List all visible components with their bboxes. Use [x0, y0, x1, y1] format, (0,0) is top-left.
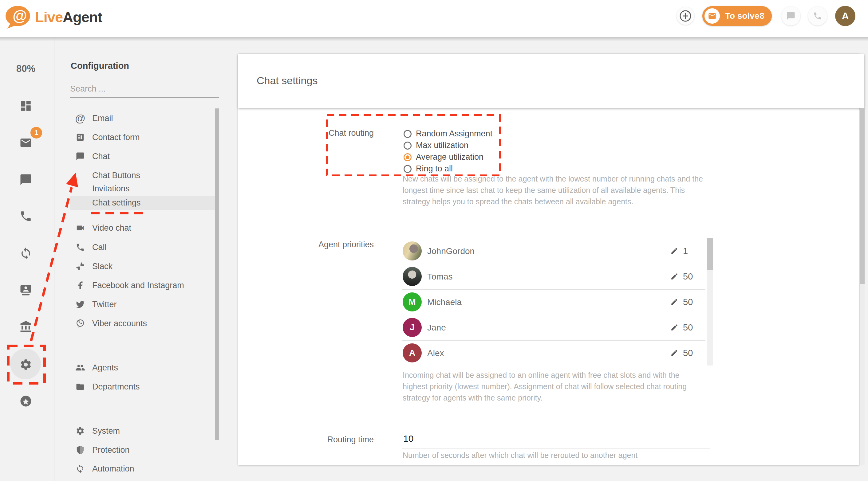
edit-pencil-icon[interactable]: [670, 323, 678, 331]
to-solve-button[interactable]: To solve 8: [702, 6, 772, 26]
priority-value[interactable]: 50: [683, 322, 693, 333]
logo-text-live: Live: [35, 9, 63, 25]
phone-icon: [19, 210, 32, 223]
priority-value[interactable]: 50: [683, 297, 693, 307]
config-item-label: Chat settings: [92, 198, 141, 207]
config-item-automation[interactable]: Automation: [56, 459, 219, 478]
config-item-slack[interactable]: Slack: [56, 257, 219, 276]
sidebar-item-configuration[interactable]: [19, 358, 32, 371]
logo-bubble-icon: @: [4, 5, 31, 29]
to-solve-count: 8: [760, 11, 765, 21]
edit-pencil-icon[interactable]: [670, 272, 678, 281]
config-item-chat-settings[interactable]: Chat settings: [56, 196, 219, 210]
radio-selected-icon[interactable]: [404, 153, 411, 161]
twitter-icon: [75, 299, 85, 309]
config-item-invitations[interactable]: Invitations: [56, 182, 219, 196]
radio-circle-icon[interactable]: [404, 165, 411, 173]
page-scrollbar-thumb[interactable]: [860, 108, 865, 284]
config-item-label: Call: [92, 243, 107, 252]
priority-value[interactable]: 50: [683, 271, 693, 282]
search-input[interactable]: [70, 81, 219, 98]
priority-value[interactable]: 50: [683, 348, 693, 358]
config-item-agents[interactable]: Agents: [56, 358, 219, 377]
routing-time-label: Routing time: [282, 435, 374, 444]
config-item-protection[interactable]: Protection: [56, 441, 219, 459]
calls-button[interactable]: [808, 6, 827, 26]
config-item-email[interactable]: @ Email: [56, 109, 219, 128]
radio-label: Ring to all: [416, 164, 453, 173]
add-new-button[interactable]: [677, 7, 694, 25]
radio-label: Average utilization: [416, 152, 484, 162]
config-item-label: Viber accounts: [92, 319, 147, 328]
autorenew-icon: [75, 464, 85, 474]
folder-icon: [75, 382, 85, 392]
agent-name: Jane: [427, 323, 446, 333]
config-item-facebook-instagram[interactable]: Facebook and Instagram: [56, 276, 219, 295]
user-avatar[interactable]: A: [835, 6, 856, 26]
config-item-label: Email: [92, 114, 113, 123]
agent-name: Michaela: [427, 297, 462, 307]
config-item-contact-form[interactable]: Contact form: [56, 128, 219, 147]
radio-label: Max utilization: [416, 141, 468, 150]
sidebar-item-chats[interactable]: [19, 173, 32, 186]
sidebar-item-tickets[interactable]: [19, 136, 32, 149]
config-item-video-chat[interactable]: Video chat: [56, 218, 219, 237]
config-item-departments[interactable]: Departments: [56, 377, 219, 396]
config-scrollbar[interactable]: [215, 108, 219, 440]
chat-routing-description: New chats will be assigned to the agent …: [403, 173, 709, 207]
routing-time-input-underline: [402, 448, 710, 448]
sidebar-item-billing[interactable]: [19, 320, 32, 333]
config-item-chat[interactable]: Chat: [56, 147, 219, 166]
page-scrollbar[interactable]: [860, 108, 865, 465]
config-item-label: Departments: [92, 382, 140, 392]
routing-time-input[interactable]: 10: [403, 434, 413, 444]
panel-header: [238, 54, 864, 108]
logo-text: LiveAgent: [35, 9, 102, 26]
sidebar-item-dashboard[interactable]: [19, 99, 32, 113]
config-panel-title: Configuration: [71, 61, 129, 71]
routing-time-description: Number of seconds after which chat will …: [403, 450, 772, 461]
edit-pencil-icon[interactable]: [670, 349, 678, 357]
radio-random-assignment[interactable]: Random Assignment: [404, 129, 492, 138]
sidebar-item-gamification[interactable]: [19, 395, 32, 408]
edit-pencil-icon[interactable]: [670, 298, 678, 306]
sidebar-item-calls[interactable]: [19, 210, 32, 223]
radio-average-utilization[interactable]: Average utilization: [404, 152, 484, 162]
user-avatar-initial: A: [842, 10, 849, 22]
chat-routing-label: Chat routing: [282, 128, 374, 138]
config-item-twitter[interactable]: Twitter: [56, 295, 219, 314]
config-item-chat-buttons[interactable]: Chat Buttons: [56, 169, 219, 183]
envelope-icon: [705, 8, 720, 24]
chat-bubble-icon: [19, 173, 32, 186]
agent-list-scrollbar[interactable]: [707, 238, 713, 365]
shield-icon: [75, 445, 85, 455]
dashboard-icon: [19, 99, 32, 113]
sidebar-item-customers[interactable]: [19, 284, 32, 296]
radio-circle-icon[interactable]: [404, 130, 411, 138]
config-item-system[interactable]: System: [56, 421, 219, 441]
agent-priorities-list: JohnGordon 1 Tomas 50 M Michaela 50 J Ja…: [402, 238, 705, 366]
chat-bubble-icon: [75, 152, 85, 161]
agent-name: Alex: [427, 348, 444, 358]
liveagent-logo[interactable]: @ LiveAgent: [4, 5, 102, 29]
config-item-label: Agents: [92, 363, 118, 373]
to-solve-label: To solve: [725, 11, 760, 21]
sidebar-item-automation[interactable]: [19, 247, 32, 260]
chats-button[interactable]: [781, 6, 800, 26]
config-item-label: Slack: [92, 262, 113, 271]
radio-circle-icon[interactable]: [404, 141, 411, 150]
radio-max-utilization[interactable]: Max utilization: [404, 141, 468, 150]
config-item-viber[interactable]: Viber accounts: [56, 314, 219, 333]
config-item-label: Twitter: [92, 300, 117, 309]
page-title: Chat settings: [257, 75, 317, 87]
config-item-call[interactable]: Call: [56, 238, 219, 257]
viber-icon: [75, 319, 85, 328]
logo-text-agent: Agent: [63, 9, 102, 25]
radio-ring-to-all[interactable]: Ring to all: [404, 164, 453, 173]
agent-list-scrollbar-thumb[interactable]: [707, 238, 713, 270]
edit-pencil-icon[interactable]: [670, 247, 678, 255]
config-item-label: Chat Buttons: [92, 171, 140, 180]
agent-row: M Michaela 50: [402, 289, 705, 315]
priority-value[interactable]: 1: [683, 246, 688, 256]
autorenew-icon: [19, 247, 32, 260]
